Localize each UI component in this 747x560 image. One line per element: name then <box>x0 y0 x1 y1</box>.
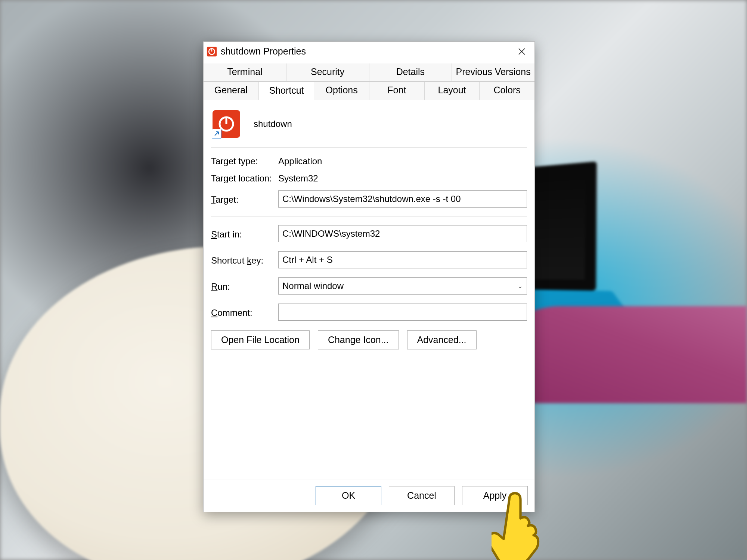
comment-input[interactable] <box>278 304 527 321</box>
tab-font[interactable]: Font <box>369 82 425 100</box>
titlebar: shutdown Properties <box>204 42 534 61</box>
value-target-type: Application <box>278 156 322 167</box>
shortcut-action-buttons: Open File Location Change Icon... Advanc… <box>211 330 527 349</box>
ok-button[interactable]: OK <box>316 486 381 505</box>
row-target-type: Target type: Application <box>211 156 527 167</box>
tab-security[interactable]: Security <box>286 63 369 81</box>
tab-colors[interactable]: Colors <box>480 82 534 100</box>
tab-row-2: General Shortcut Options Font Layout Col… <box>204 81 534 100</box>
cancel-button[interactable]: Cancel <box>389 486 455 505</box>
dialog-footer: OK Cancel Apply <box>204 479 534 512</box>
value-target-location: System32 <box>278 173 318 184</box>
background-arm <box>500 306 747 403</box>
target-input[interactable] <box>278 190 527 208</box>
pointer-hand-icon <box>492 491 548 560</box>
row-shortcut-key: Shortcut key: <box>211 251 527 268</box>
tab-previous-versions[interactable]: Previous Versions <box>452 63 534 81</box>
label-run: Run: <box>211 280 278 292</box>
shortcut-header: shutdown <box>211 107 527 148</box>
label-shortcut-key: Shortcut key: <box>211 254 278 266</box>
row-target: Target: <box>211 190 527 208</box>
tab-row-1: Terminal Security Details Previous Versi… <box>204 63 534 81</box>
run-select-value: Normal window <box>282 281 344 291</box>
open-file-location-button[interactable]: Open File Location <box>211 330 310 349</box>
tab-layout[interactable]: Layout <box>425 82 480 100</box>
label-target: Target: <box>211 193 278 205</box>
advanced-button[interactable]: Advanced... <box>407 330 477 349</box>
label-comment: Comment: <box>211 306 278 318</box>
chevron-down-icon: ⌄ <box>517 282 523 290</box>
row-run: Run: Normal window ⌄ <box>211 277 527 295</box>
row-start-in: Start in: <box>211 225 527 242</box>
tab-options[interactable]: Options <box>314 82 369 100</box>
properties-dialog: shutdown Properties Terminal Security De… <box>203 41 535 512</box>
shutdown-title-icon <box>207 46 217 57</box>
change-icon-button[interactable]: Change Icon... <box>318 330 399 349</box>
close-button[interactable] <box>510 42 534 61</box>
close-icon <box>518 48 526 55</box>
label-target-type: Target type: <box>211 156 278 167</box>
label-start-in: Start in: <box>211 228 278 240</box>
separator <box>211 217 527 217</box>
label-target-location: Target location: <box>211 173 278 184</box>
tab-details[interactable]: Details <box>369 63 452 81</box>
run-select[interactable]: Normal window ⌄ <box>278 277 527 295</box>
tab-shortcut[interactable]: Shortcut <box>259 82 314 100</box>
shortcut-name: shutdown <box>254 119 292 129</box>
tab-general[interactable]: General <box>204 82 259 100</box>
shutdown-shortcut-icon <box>213 110 240 138</box>
row-comment: Comment: <box>211 304 527 321</box>
start-in-input[interactable] <box>278 225 527 242</box>
tab-terminal[interactable]: Terminal <box>204 63 286 81</box>
shortcut-key-input[interactable] <box>278 251 527 268</box>
tabs-container: Terminal Security Details Previous Versi… <box>204 61 534 100</box>
shortcut-arrow-badge-icon <box>212 129 221 139</box>
row-target-location: Target location: System32 <box>211 173 527 184</box>
tab-panel-shortcut: shutdown Target type: Application Target… <box>204 100 534 479</box>
window-title: shutdown Properties <box>221 46 510 57</box>
